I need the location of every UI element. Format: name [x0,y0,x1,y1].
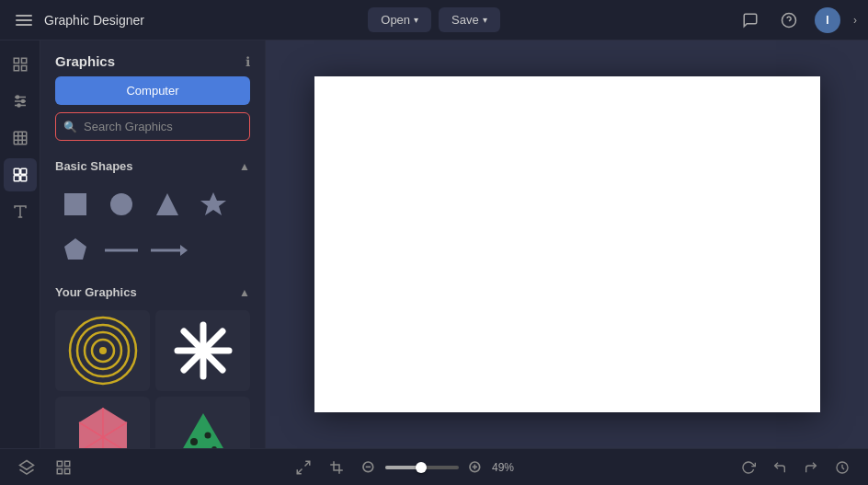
shape-square[interactable] [55,184,96,225]
shape-triangle[interactable] [147,184,188,225]
svg-rect-57 [57,468,62,473]
bottom-right [737,456,853,479]
panel-content: Basic Shapes ▲ [40,152,265,448]
svg-rect-3 [21,58,26,63]
svg-point-45 [190,438,198,445]
save-chevron-icon: ▾ [483,15,487,25]
toolbar-layers-button[interactable] [4,48,37,81]
layers-panel-button[interactable] [15,456,39,479]
open-button[interactable]: Open ▾ [368,7,431,32]
top-bar-left: Graphic Designer [11,7,368,33]
top-bar-center: Open ▾ Save ▾ [368,7,499,32]
svg-rect-2 [14,58,18,63]
svg-marker-54 [20,460,34,469]
svg-rect-12 [14,132,27,144]
svg-rect-23 [64,193,86,215]
panel-title: Graphics [55,53,115,69]
graphic-item-2[interactable] [155,310,250,391]
graphic-item-1[interactable] [55,310,150,391]
svg-rect-56 [65,461,70,466]
svg-marker-44 [176,413,231,448]
your-graphics-grid [40,306,265,448]
svg-point-24 [110,193,132,215]
svg-marker-25 [156,193,178,215]
search-input[interactable] [55,112,250,141]
zoom-out-button[interactable] [358,456,380,479]
top-bar-right: I › [500,7,857,33]
graphics-panel: Graphics ℹ Computer 🔍 Basic Shapes ▲ [40,40,266,448]
undo-button[interactable] [769,456,791,479]
bottom-bar: 49% [0,448,868,485]
search-container: 🔍 [55,112,250,141]
toolbar-adjustments-button[interactable] [4,85,37,118]
toolbar-text-button[interactable] [4,195,37,228]
history-button[interactable] [831,456,853,479]
bottom-center: 49% [291,456,521,479]
help-button[interactable] [776,7,802,33]
canvas-viewport[interactable] [266,40,868,448]
chat-button[interactable] [737,7,763,33]
crop-button[interactable] [325,456,348,479]
shape-arrow[interactable] [147,230,188,271]
svg-marker-26 [200,192,226,215]
shape-pentagon[interactable] [55,230,96,271]
svg-rect-19 [14,176,19,181]
app-title: Graphic Designer [44,13,144,28]
left-toolbar [0,40,40,448]
svg-point-35 [99,347,107,354]
canvas-document[interactable] [314,76,820,412]
basic-shapes-label: Basic Shapes [55,159,133,173]
bottom-left [15,456,75,479]
grid-button[interactable] [51,456,75,479]
shape-line[interactable] [101,230,142,271]
svg-rect-20 [20,176,26,181]
svg-rect-61 [334,465,339,470]
search-icon: 🔍 [63,121,77,133]
panel-header: Graphics ℹ [40,40,265,76]
info-icon[interactable]: ℹ [246,54,250,69]
zoom-level: 49% [492,461,521,474]
shape-star[interactable] [193,184,234,225]
svg-rect-58 [65,468,70,473]
svg-point-9 [16,96,18,98]
svg-rect-55 [57,461,62,466]
svg-rect-18 [20,168,26,174]
graphic-item-4[interactable] [155,397,250,448]
zoom-slider[interactable] [385,466,459,469]
hamburger-icon [16,15,32,26]
svg-line-59 [305,461,310,466]
zoom-in-button[interactable] [464,456,486,479]
fit-page-button[interactable] [291,456,315,479]
main-area: Graphics ℹ Computer 🔍 Basic Shapes ▲ [0,40,868,448]
svg-rect-17 [14,168,19,174]
svg-rect-4 [14,66,18,71]
svg-line-60 [297,468,302,473]
redo-button[interactable] [800,456,822,479]
toolbar-graphics-button[interactable] [4,158,37,191]
basic-shapes-toggle[interactable]: ▲ [239,160,250,173]
refresh-button[interactable] [737,456,760,479]
svg-marker-30 [180,245,188,256]
open-chevron-icon: ▾ [414,15,418,25]
shape-circle[interactable] [101,184,142,225]
zoom-controls: 49% [358,456,521,479]
svg-point-11 [17,104,20,107]
your-graphics-toggle[interactable]: ▲ [239,286,250,299]
your-graphics-label: Your Graphics [55,285,137,299]
hamburger-button[interactable] [11,7,37,33]
toolbar-table-button[interactable] [4,121,37,155]
canvas-area [266,40,868,448]
svg-point-46 [204,433,211,439]
save-button[interactable]: Save ▾ [439,7,500,32]
basic-shapes-section-header: Basic Shapes ▲ [40,152,265,180]
computer-button[interactable]: Computer [55,76,250,105]
svg-rect-5 [21,66,26,71]
shapes-grid [40,180,265,278]
graphic-item-3[interactable] [55,397,150,448]
avatar[interactable]: I [815,7,840,33]
your-graphics-section-header: Your Graphics ▲ [40,278,265,306]
expand-icon[interactable]: › [853,14,857,27]
svg-marker-27 [64,238,86,260]
top-bar: Graphic Designer Open ▾ Save ▾ I › [0,0,868,40]
svg-point-10 [21,100,24,103]
